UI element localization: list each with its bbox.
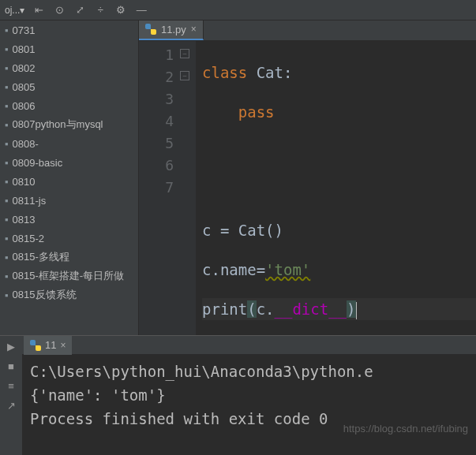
python-file-icon: [145, 24, 156, 35]
tree-item[interactable]: ▪0806: [0, 96, 138, 115]
watermark-text: https://blog.csdn.net/ifubing: [343, 423, 468, 434]
folder-icon: ▪: [5, 289, 9, 301]
console-tab-bar: 11 ×: [22, 336, 476, 355]
console-output[interactable]: C:\Users\python_hui\Anaconda3\python.e{'…: [22, 355, 476, 455]
expand-icon[interactable]: ⤢: [73, 4, 86, 17]
close-icon[interactable]: ×: [191, 24, 197, 35]
folder-icon: ▪: [5, 62, 9, 74]
close-icon[interactable]: ×: [60, 340, 66, 351]
folder-icon: ▪: [5, 157, 9, 169]
tree-item[interactable]: ▪0813: [0, 210, 138, 229]
tree-item[interactable]: ▪0731: [0, 21, 138, 39]
text-caret: [356, 302, 357, 319]
tree-item[interactable]: ▪0802: [0, 58, 138, 77]
folder-icon: ▪: [5, 119, 9, 131]
folder-icon: ▪: [5, 195, 9, 207]
tree-item[interactable]: ▪0815-多线程: [0, 248, 138, 267]
folder-icon: ▪: [5, 233, 9, 244]
tree-item[interactable]: ▪0811-js: [0, 191, 138, 210]
code-text[interactable]: class Cat: pass c = Cat() c.name='tom' p…: [196, 41, 476, 335]
tree-item[interactable]: ▪0807python与mysql: [0, 115, 138, 134]
tree-item[interactable]: ▪0810: [0, 172, 138, 191]
run-toolbar: ▶ ■ ≡ ↗: [0, 336, 22, 455]
rerun-icon[interactable]: ▶: [7, 341, 15, 352]
folder-icon: ▪: [5, 176, 9, 188]
target-icon[interactable]: ⊙: [53, 4, 66, 17]
tree-item[interactable]: ▪0815反馈系统: [0, 285, 138, 304]
gear-icon[interactable]: ⚙: [114, 4, 127, 17]
fold-icon[interactable]: −: [180, 49, 189, 58]
run-tool-window: ▶ ■ ≡ ↗ 11 × C:\Users\python_hui\Anacond…: [0, 335, 476, 455]
tree-item[interactable]: ▪0815-2: [0, 229, 138, 248]
editor-tab[interactable]: 11.py ×: [139, 21, 204, 40]
folder-icon: ▪: [5, 252, 9, 263]
folder-icon: ▪: [5, 214, 9, 226]
editor-pane: 11.py × 1− 2− 3 4 5 6 7 class Cat: pass …: [139, 21, 476, 335]
console-tab[interactable]: 11 ×: [24, 336, 72, 355]
folder-icon: ▪: [5, 270, 9, 282]
folder-icon: ▪: [5, 81, 9, 93]
top-toolbar: oj...▾ ⇤ ⊙ ⤢ ÷ ⚙ —: [0, 0, 476, 21]
fold-icon[interactable]: −: [180, 71, 189, 80]
tree-item[interactable]: ▪0801: [0, 39, 138, 58]
python-file-icon: [30, 340, 41, 351]
editor-tab-bar: 11.py ×: [139, 21, 476, 41]
folder-icon: ▪: [5, 100, 9, 112]
folder-icon: ▪: [5, 43, 9, 55]
settings-icon[interactable]: ≡: [8, 380, 14, 392]
project-sidebar[interactable]: ▪0731 ▪0801 ▪0802 ▪0805 ▪0806 ▪0807pytho…: [0, 21, 139, 335]
hide-icon[interactable]: —: [135, 4, 148, 17]
tree-item[interactable]: ▪0815-框架搭建-每日所做: [0, 267, 138, 285]
project-selector[interactable]: oj...▾: [5, 5, 24, 16]
collapse-icon[interactable]: ⇤: [32, 4, 45, 17]
code-editor[interactable]: 1− 2− 3 4 5 6 7 class Cat: pass c = Cat(…: [139, 41, 476, 335]
export-icon[interactable]: ↗: [7, 400, 16, 412]
tab-label: 11.py: [161, 24, 186, 35]
tree-item[interactable]: ▪0808-: [0, 134, 138, 153]
stop-icon[interactable]: ■: [8, 360, 14, 372]
folder-icon: ▪: [5, 138, 9, 150]
tree-item[interactable]: ▪0809-basic: [0, 153, 138, 172]
line-gutter: 1− 2− 3 4 5 6 7: [139, 41, 196, 335]
tree-item[interactable]: ▪0805: [0, 77, 138, 96]
folder-icon: ▪: [5, 24, 9, 36]
divide-icon[interactable]: ÷: [94, 4, 107, 17]
